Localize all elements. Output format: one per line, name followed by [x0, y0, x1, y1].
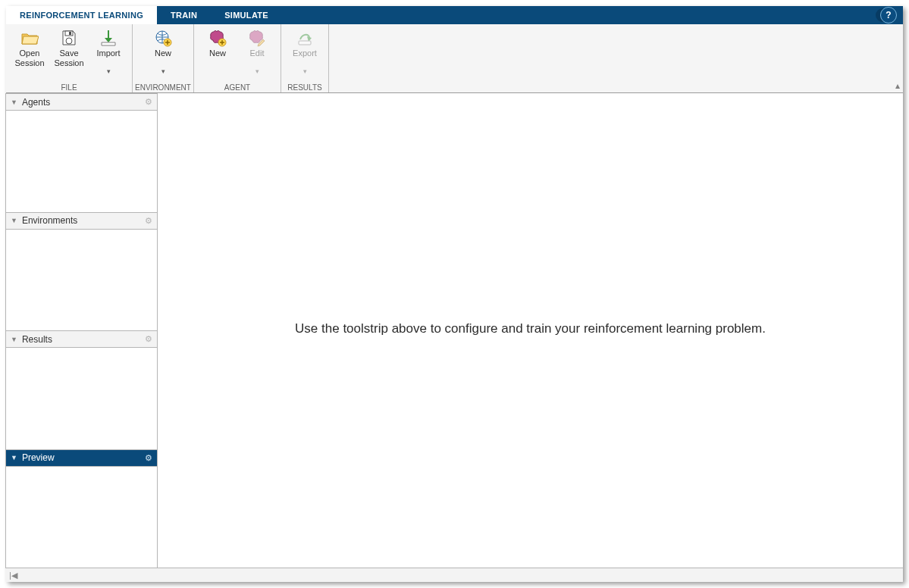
dropdown-caret-icon: ▾: [107, 68, 111, 74]
panel-title-environments: Environments: [22, 215, 77, 226]
toolstrip-group-label-environment: ENVIRONMENT: [133, 83, 193, 92]
dropdown-caret-icon: ▾: [303, 68, 307, 74]
toolstrip-group-file: Open Session Save Session Import ▾ FILE: [6, 24, 133, 92]
toolstrip: Open Session Save Session Import ▾ FILE: [6, 24, 903, 93]
new-agent-button[interactable]: New: [199, 27, 237, 70]
panel-options-icon[interactable]: ⚙: [145, 453, 152, 463]
status-bar: |◀: [6, 568, 903, 582]
dropdown-caret-icon: ▾: [161, 68, 165, 74]
tab-train[interactable]: TRAIN: [157, 6, 211, 24]
svg-point-2: [66, 38, 72, 44]
save-session-button[interactable]: Save Session: [50, 27, 88, 70]
save-icon: [60, 29, 78, 47]
tab-simulate[interactable]: SIMULATE: [211, 6, 282, 24]
main-view: Use the toolstrip above to configure and…: [158, 93, 903, 568]
toolstrip-group-results: Export ▾ RESULTS: [281, 24, 329, 92]
help-button[interactable]: ?: [877, 8, 900, 23]
open-session-button[interactable]: Open Session: [11, 27, 49, 70]
svg-rect-1: [69, 32, 71, 35]
workspace: ▼ Agents ⚙ ▼ Environments ⚙ ▼ Results: [6, 93, 903, 568]
panel-preview: ▼ Preview ⚙: [5, 449, 158, 569]
import-button[interactable]: Import ▾: [89, 27, 127, 76]
toolstrip-group-agent: New Edit ▾ AGENT: [194, 24, 281, 92]
collapse-triangle-icon: ▼: [11, 336, 17, 343]
toolstrip-group-environment: New ▾ ENVIRONMENT: [133, 24, 194, 92]
toolstrip-group-label-results: RESULTS: [281, 83, 328, 92]
export-results-button: Export ▾: [286, 27, 324, 76]
panel-title-agents: Agents: [22, 97, 50, 108]
panel-environments: ▼ Environments ⚙: [5, 212, 158, 332]
import-icon: [99, 29, 118, 47]
svg-rect-6: [299, 41, 311, 45]
panel-header-agents[interactable]: ▼ Agents ⚙: [6, 94, 157, 111]
panel-body-agents[interactable]: [6, 111, 157, 212]
edit-agent-button: Edit ▾: [238, 27, 276, 76]
brain-edit-icon: [248, 29, 266, 47]
globe-plus-icon: [154, 29, 172, 47]
toolstrip-group-label-agent: AGENT: [194, 83, 281, 92]
panel-results: ▼ Results ⚙: [5, 330, 158, 450]
dropdown-caret-icon: ▾: [255, 68, 259, 74]
panel-options-icon[interactable]: ⚙: [145, 97, 152, 107]
panel-header-environments[interactable]: ▼ Environments ⚙: [6, 213, 157, 230]
new-environment-button[interactable]: New ▾: [140, 27, 186, 76]
collapse-triangle-icon: ▼: [11, 99, 17, 106]
status-bar-prev-icon[interactable]: |◀: [9, 571, 17, 580]
tab-reinforcement-learning[interactable]: REINFORCEMENT LEARNING: [6, 6, 157, 24]
help-icon: ?: [880, 7, 897, 23]
export-icon: [296, 29, 314, 47]
brain-plus-icon: [208, 29, 227, 47]
toolstrip-group-label-file: FILE: [6, 83, 132, 92]
panel-header-preview[interactable]: ▼ Preview ⚙: [6, 450, 157, 467]
panel-body-environments[interactable]: [6, 230, 157, 331]
panel-body-preview[interactable]: [6, 467, 157, 568]
panel-options-icon[interactable]: ⚙: [145, 334, 152, 344]
panel-title-results: Results: [22, 334, 52, 345]
panel-title-preview: Preview: [22, 452, 55, 463]
collapse-triangle-icon: ▼: [11, 454, 17, 461]
collapse-triangle-icon: ▼: [11, 217, 17, 224]
main-hint-text: Use the toolstrip above to configure and…: [158, 321, 903, 336]
tabs-bar: REINFORCEMENT LEARNING TRAIN SIMULATE ?: [6, 6, 903, 24]
panel-header-results[interactable]: ▼ Results ⚙: [6, 331, 157, 348]
panel-body-results[interactable]: [6, 348, 157, 449]
panel-agents: ▼ Agents ⚙: [5, 93, 158, 213]
sidebar: ▼ Agents ⚙ ▼ Environments ⚙ ▼ Results: [6, 93, 158, 568]
folder-open-icon: [20, 29, 39, 47]
app-window: REINFORCEMENT LEARNING TRAIN SIMULATE ? …: [6, 6, 903, 582]
panel-options-icon[interactable]: ⚙: [145, 216, 152, 226]
toolstrip-collapse-button[interactable]: ▴: [895, 80, 900, 91]
